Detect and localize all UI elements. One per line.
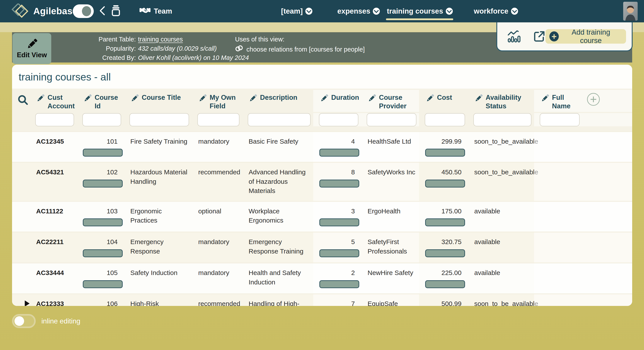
open-external-icon[interactable]	[533, 30, 546, 43]
table-row[interactable]: AC22211104Emergency ResponsemandatoryEme…	[12, 232, 632, 262]
filter-cell-course_title	[124, 113, 192, 126]
filter-input-description[interactable]	[248, 113, 310, 126]
nav-toggle[interactable]	[73, 5, 94, 18]
cell-cost: 175.00	[419, 202, 468, 232]
nav-team-label: Team	[154, 7, 172, 15]
filter-spacer	[582, 113, 632, 126]
column-header-full_name[interactable]: Full Name	[534, 90, 582, 112]
filter-spacer	[12, 113, 30, 126]
parent-table-link[interactable]: training courses	[138, 35, 249, 43]
user-avatar[interactable]	[623, 2, 638, 21]
search-icon[interactable]	[12, 90, 30, 112]
edit-column-icon[interactable]	[198, 93, 207, 105]
filter-input-course_provider[interactable]	[367, 113, 416, 126]
column-header-label: Availability Status	[486, 93, 533, 110]
back-icon[interactable]	[98, 6, 106, 17]
pencil-icon	[26, 38, 38, 50]
cell-course_provider: SafetyWorks Inc	[361, 163, 419, 201]
add-column-cell	[582, 90, 632, 112]
column-header-course_provider[interactable]: Course Provider	[361, 90, 419, 112]
cell-my_own_field: recommended	[192, 163, 242, 201]
record-pill	[83, 218, 123, 226]
column-header-course_id[interactable]: Course Id	[77, 90, 124, 112]
edit-column-icon[interactable]	[540, 93, 549, 105]
table-row[interactable]: AC11122103Ergonomic PracticesoptionalWor…	[12, 201, 632, 232]
edit-column-icon[interactable]	[368, 93, 376, 105]
filter-input-duration[interactable]	[319, 113, 358, 126]
add-training-course-button[interactable]: + Add training course	[546, 29, 626, 44]
cell-full_name	[534, 263, 582, 293]
cell-availability_status: soon_to_be_available	[468, 132, 534, 162]
table-row[interactable]: AC33444105Safety InductionmandatoryHealt…	[12, 262, 632, 293]
column-header-description[interactable]: Description	[242, 90, 313, 112]
filter-cell-cust_account	[30, 113, 77, 126]
cell-cost: 450.50	[419, 163, 468, 201]
cell-trailing	[582, 202, 632, 232]
column-header-label: My Own Field	[210, 93, 241, 110]
cell-duration: 7	[313, 294, 361, 306]
record-pill	[83, 149, 123, 156]
cell-value: 500.99	[419, 299, 468, 306]
column-header-duration[interactable]: Duration	[313, 90, 361, 112]
chevron-down-icon	[373, 8, 380, 15]
agilebase-logo-icon	[11, 4, 30, 19]
row-expander-cell	[12, 232, 30, 262]
column-header-course_title[interactable]: Course Title	[124, 90, 192, 112]
filter-input-full_name[interactable]	[540, 113, 580, 126]
column-header-cust_account[interactable]: Cust Account	[30, 90, 77, 112]
filter-input-availability_status[interactable]	[473, 113, 532, 126]
archive-icon[interactable]	[111, 5, 121, 18]
table-row[interactable]: AC12345101Fire Safety TrainingmandatoryB…	[12, 131, 632, 162]
cell-course_provider: NewHire Safety	[361, 263, 419, 293]
row-expander-cell[interactable]	[12, 294, 30, 306]
parent-table-label: Parent Table:	[78, 35, 136, 43]
chart-icon[interactable]	[507, 30, 521, 43]
column-header-availability_status[interactable]: Availability Status	[468, 90, 534, 112]
nav-toggle-knob	[82, 6, 91, 16]
nav-team[interactable]: Team	[139, 6, 172, 17]
filter-input-course_id[interactable]	[82, 113, 121, 126]
nav-menu-expenses[interactable]: expenses	[337, 7, 380, 15]
nav-menu-workforce[interactable]: workforce	[474, 7, 518, 15]
inline-editing-toggle[interactable]	[12, 314, 36, 328]
edit-column-icon[interactable]	[83, 93, 92, 105]
filter-input-course_title[interactable]	[130, 113, 189, 126]
row-expander-cell	[12, 202, 30, 232]
cell-duration: 8	[313, 163, 361, 201]
edit-view-button[interactable]: Edit View	[12, 33, 51, 64]
record-pill	[83, 280, 123, 288]
brand[interactable]: Agilebase	[11, 4, 78, 19]
uses-item-link[interactable]: choose relations from [courses for peopl…	[246, 45, 365, 54]
cell-course_id: 106	[77, 294, 124, 306]
cell-course_provider: EquipSafe Training	[361, 294, 419, 306]
edit-column-icon[interactable]	[426, 93, 434, 105]
nav-menu-team[interactable]: [team]	[281, 7, 312, 15]
edit-column-icon[interactable]	[320, 93, 328, 105]
filter-input-my_own_field[interactable]	[197, 113, 240, 126]
record-pill	[425, 249, 465, 257]
expander-icon[interactable]	[25, 300, 30, 306]
chevron-down-icon	[446, 8, 453, 15]
column-header-my_own_field[interactable]: My Own Field	[192, 90, 242, 112]
cell-description: Advanced Handling of Hazardous Materials	[242, 163, 313, 201]
table-row[interactable]: AC54321102Hazardous Material Handlingrec…	[12, 162, 632, 201]
edit-column-icon[interactable]	[474, 93, 483, 105]
table-row[interactable]: AC12333106High-Risk Equipment Safetyreco…	[12, 293, 632, 306]
filter-cell-course_provider	[361, 113, 419, 126]
cell-value: 106	[77, 299, 124, 306]
column-header-cost[interactable]: Cost	[419, 90, 468, 112]
edit-column-icon[interactable]	[248, 93, 258, 105]
cell-cust_account: AC22211	[30, 232, 77, 262]
record-pill	[425, 149, 465, 156]
cell-trailing	[582, 232, 632, 262]
nav-menu-training-courses[interactable]: training courses	[387, 7, 453, 15]
filter-input-cost[interactable]	[425, 113, 465, 126]
edit-column-icon[interactable]	[36, 93, 45, 105]
filter-input-cust_account[interactable]	[35, 113, 74, 126]
add-column-button[interactable]	[587, 93, 600, 106]
cell-course_id: 105	[77, 263, 124, 293]
column-header-label: Cost	[437, 93, 452, 102]
cell-cust_account: AC12345	[30, 132, 77, 162]
record-pill	[319, 218, 359, 226]
edit-column-icon[interactable]	[130, 93, 139, 105]
